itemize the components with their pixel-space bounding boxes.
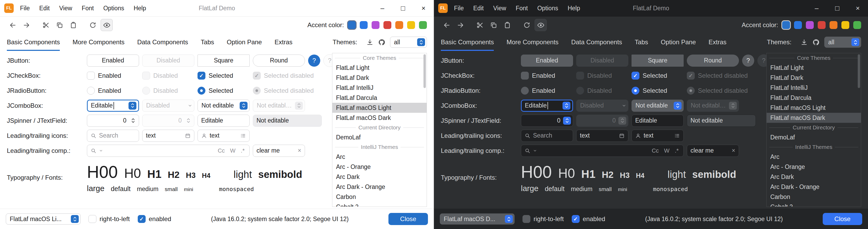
theme-list-item[interactable]: Arc Dark - Orange [767, 182, 861, 192]
editable-combobox[interactable]: Editable [87, 99, 139, 112]
theme-list-item[interactable]: Carbon [767, 192, 861, 202]
theme-list-item[interactable]: DemoLaf [767, 132, 861, 142]
accent-swatch-yellow[interactable] [841, 21, 849, 29]
copy-button[interactable] [54, 19, 65, 31]
tab-data-components[interactable]: Data Components [137, 33, 188, 51]
radio-selected[interactable]: Selected [197, 87, 250, 95]
theme-list-item[interactable]: Carbon [332, 192, 427, 202]
spinner[interactable]: 0 [521, 115, 573, 127]
theme-list-item[interactable]: Arc [767, 152, 861, 162]
maximize-button[interactable]: □ [827, 0, 847, 16]
editable-textfield[interactable]: Editable [631, 115, 684, 127]
match-case-button[interactable]: Cc [216, 147, 226, 154]
regex-button[interactable]: .* [673, 147, 680, 154]
download-icon[interactable] [366, 39, 373, 46]
accent-swatch-blue-2[interactable] [360, 21, 368, 29]
theme-list-item[interactable]: FlatLaf macOS Light [767, 103, 861, 113]
checkbox-selected[interactable]: ✓Selected [197, 72, 250, 80]
help-button[interactable]: ? [308, 55, 320, 67]
tab-more-components[interactable]: More Components [506, 33, 558, 51]
tab-tabs[interactable]: Tabs [635, 33, 648, 51]
accent-swatch-purple[interactable] [372, 21, 379, 29]
menu-help[interactable]: Help [567, 5, 580, 12]
theme-list-item[interactable]: FlatLaf Dark [767, 73, 861, 83]
menu-edit[interactable]: Edit [39, 5, 50, 12]
menu-help[interactable]: Help [133, 5, 146, 12]
spinner-updown-icon[interactable] [563, 117, 571, 125]
spinner-updown-icon[interactable] [129, 117, 137, 125]
theme-list-item[interactable]: FlatLaf Dark [332, 73, 427, 83]
laf-combobox[interactable]: FlatLaf macOS Li... [6, 213, 81, 225]
whole-words-button[interactable]: W [229, 147, 237, 154]
accent-swatch-green[interactable] [853, 21, 861, 29]
editable-combobox[interactable]: Editable [521, 99, 573, 112]
theme-list-item[interactable]: FlatLaf macOS Dark [767, 113, 861, 123]
tab-basic-components[interactable]: Basic Components [441, 33, 494, 51]
menu-file[interactable]: File [20, 5, 30, 12]
checkbox-selected[interactable]: ✓Selected [631, 72, 684, 80]
refresh-button[interactable] [521, 19, 532, 31]
theme-list-item[interactable]: Arc Dark - Orange [332, 182, 427, 192]
round-button[interactable]: Round [687, 55, 739, 67]
scrollbar[interactable] [424, 54, 426, 88]
chevron-down-icon[interactable] [99, 149, 103, 152]
date-field[interactable]: text [576, 130, 628, 142]
accent-swatch-blue-1[interactable] [782, 21, 790, 29]
tab-more-components[interactable]: More Components [72, 33, 124, 51]
menu-file[interactable]: File [454, 5, 464, 12]
tab-tabs[interactable]: Tabs [201, 33, 214, 51]
accent-swatch-orange[interactable] [395, 21, 403, 29]
theme-list-item[interactable]: FlatLaf Light [332, 63, 427, 73]
enabled-button[interactable]: Enabled [521, 55, 573, 67]
menu-view[interactable]: View [493, 5, 506, 12]
theme-list-item[interactable]: FlatLaf macOS Dark [332, 113, 427, 123]
radio-enabled[interactable]: Enabled [521, 87, 573, 95]
show-hidden-toggle-button[interactable] [535, 19, 547, 31]
square-button[interactable]: Square [197, 55, 250, 67]
list-icon[interactable] [674, 133, 680, 139]
maximize-button[interactable]: □ [393, 0, 413, 16]
accent-swatch-green[interactable] [419, 21, 427, 29]
minimize-button[interactable]: – [806, 0, 827, 16]
paste-button[interactable] [501, 19, 513, 31]
menu-font[interactable]: Font [516, 5, 528, 12]
search-field[interactable]: Search [87, 130, 139, 142]
combobox-updown-icon[interactable] [562, 102, 570, 110]
menu-font[interactable]: Font [82, 5, 94, 12]
tab-extras[interactable]: Extras [708, 33, 726, 51]
scrollbar[interactable] [858, 54, 860, 88]
right-to-left-checkbox[interactable]: right-to-left [89, 215, 130, 223]
combobox-updown-icon[interactable] [128, 102, 136, 110]
not-editable-combobox[interactable]: Not editable [631, 99, 684, 112]
back-button[interactable] [7, 19, 19, 31]
theme-list-item[interactable]: Arc Dark [332, 172, 427, 182]
window-close-button[interactable]: × [847, 0, 868, 16]
tab-basic-components[interactable]: Basic Components [7, 33, 60, 51]
radio-enabled[interactable]: Enabled [87, 87, 139, 95]
radio-selected[interactable]: Selected [631, 87, 684, 95]
user-field[interactable]: text [631, 130, 684, 142]
show-hidden-toggle-button[interactable] [101, 19, 113, 31]
accent-swatch-orange[interactable] [830, 21, 837, 29]
clear-icon[interactable]: × [298, 147, 301, 154]
round-button[interactable]: Round [253, 55, 305, 67]
accent-swatch-blue-1[interactable] [348, 21, 356, 29]
calendar-icon[interactable] [619, 133, 625, 139]
cut-button[interactable] [40, 19, 52, 31]
accent-swatch-blue-2[interactable] [794, 21, 802, 29]
theme-list-item[interactable]: Cobalt 2 [332, 202, 427, 207]
search-with-options-field[interactable]: Cc W .* [87, 145, 250, 157]
chevron-down-icon[interactable] [533, 149, 537, 152]
calendar-icon[interactable] [185, 133, 191, 139]
help-button[interactable]: ? [742, 55, 754, 67]
not-editable-combobox[interactable]: Not editable [197, 99, 250, 112]
search-field[interactable]: Search [521, 130, 573, 142]
date-field[interactable]: text [142, 130, 194, 142]
regex-button[interactable]: .* [239, 147, 246, 154]
theme-filter-combobox[interactable]: all [390, 37, 427, 48]
combobox-updown-icon[interactable] [240, 102, 248, 110]
laf-combobox[interactable]: FlatLaf macOS D... [440, 213, 515, 225]
theme-filter-combobox[interactable]: all [824, 37, 861, 48]
whole-words-button[interactable]: W [663, 147, 671, 154]
list-icon[interactable] [240, 133, 246, 139]
